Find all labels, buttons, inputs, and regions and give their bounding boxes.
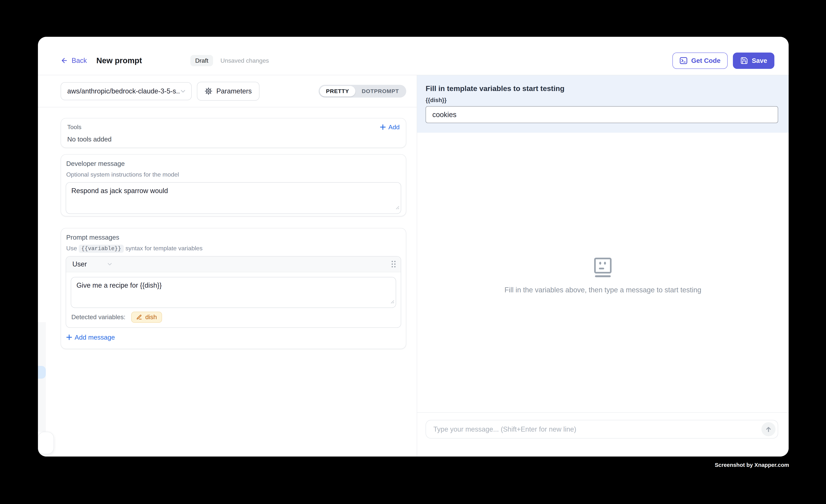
variable-chip-label: dish xyxy=(145,314,157,321)
back-label: Back xyxy=(72,57,87,65)
terminal-icon xyxy=(680,57,688,65)
composer-box xyxy=(426,420,778,438)
chevron-down-icon xyxy=(180,88,186,94)
top-bar: Back New prompt Draft Unsaved changes Ge… xyxy=(38,37,789,75)
test-panel: Fill in template variables to start test… xyxy=(417,75,788,456)
editor-scroll-area: Tools Add No tools added Devel xyxy=(38,107,417,456)
variable-syntax-code: {{variable}} xyxy=(79,245,124,253)
message-header: User xyxy=(66,256,401,272)
save-icon xyxy=(740,57,748,65)
watermark-text: Screenshot by Xnapper.com xyxy=(715,462,789,468)
developer-message-card: Developer message Optional system instru… xyxy=(61,154,406,216)
model-selector-value: aws/anthropic/bedrock-claude-3-5-s... xyxy=(67,87,180,95)
add-message-label: Add message xyxy=(75,334,115,341)
prompt-messages-card: Prompt messages Use {{variable}} syntax … xyxy=(61,228,406,349)
back-button[interactable]: Back xyxy=(61,57,87,65)
detected-variables-label: Detected variables: xyxy=(71,314,125,321)
empty-state: Fill in the variables above, then type a… xyxy=(417,257,788,294)
prompt-messages-subtitle: Use {{variable}} syntax for template var… xyxy=(66,245,401,252)
plus-icon xyxy=(380,124,386,130)
page-title: New prompt xyxy=(96,56,142,65)
unsaved-changes-label: Unsaved changes xyxy=(220,57,269,64)
template-variables-panel: Fill in template variables to start test… xyxy=(417,75,788,133)
developer-message-subtitle: Optional system instructions for the mod… xyxy=(66,171,401,178)
save-button[interactable]: Save xyxy=(733,53,774,69)
variable-value-input[interactable] xyxy=(426,106,778,123)
prompt-messages-title: Prompt messages xyxy=(66,234,401,241)
composer xyxy=(417,412,788,456)
role-selector[interactable]: User xyxy=(72,260,87,268)
tools-empty-text: No tools added xyxy=(67,135,400,143)
tab-pretty[interactable]: PRETTY xyxy=(320,86,355,97)
message-body: Give me a recipe for {{dish}} Detected v… xyxy=(66,272,401,328)
format-toggle: PRETTY DOTPROMPT xyxy=(318,85,406,98)
get-code-label: Get Code xyxy=(691,57,720,64)
background-corner-card xyxy=(38,432,54,454)
tab-dotprompt[interactable]: DOTPROMPT xyxy=(355,86,405,97)
drag-handle[interactable] xyxy=(392,261,396,267)
prompt-editor-panel: aws/anthropic/bedrock-claude-3-5-s... xyxy=(38,75,417,456)
send-button[interactable] xyxy=(761,422,776,436)
plus-icon xyxy=(66,334,72,340)
parameters-label: Parameters xyxy=(216,87,252,95)
add-message-button[interactable]: Add message xyxy=(66,334,115,341)
background-sidebar-selected-item xyxy=(38,366,46,378)
empty-state-text: Fill in the variables above, then type a… xyxy=(505,286,701,294)
pencil-icon xyxy=(136,314,142,320)
chat-message-input[interactable] xyxy=(432,425,761,434)
variable-chip-dish[interactable]: dish xyxy=(131,312,162,323)
arrow-up-icon xyxy=(765,426,772,433)
model-selector[interactable]: aws/anthropic/bedrock-claude-3-5-s... xyxy=(61,82,192,100)
chevron-down-icon[interactable] xyxy=(107,261,113,267)
developer-message-title: Developer message xyxy=(66,160,401,167)
variables-panel-title: Fill in template variables to start test… xyxy=(426,84,778,93)
subtitle-suffix: syntax for template variables xyxy=(125,245,202,252)
get-code-button[interactable]: Get Code xyxy=(672,53,728,69)
status-badge: Draft xyxy=(190,55,213,66)
add-tool-label: Add xyxy=(389,124,400,131)
message-textarea[interactable]: Give me a recipe for {{dish}} xyxy=(71,277,396,308)
screenshot-stage: Back New prompt Draft Unsaved changes Ge… xyxy=(0,0,826,504)
parameters-button[interactable]: Parameters xyxy=(197,82,259,101)
variable-name-label: {{dish}} xyxy=(426,97,778,104)
app-window: Back New prompt Draft Unsaved changes Ge… xyxy=(38,37,789,456)
robot-face-icon xyxy=(593,257,613,278)
add-tool-button[interactable]: Add xyxy=(380,124,400,131)
subtitle-prefix: Use xyxy=(66,245,77,252)
main-content: aws/anthropic/bedrock-claude-3-5-s... xyxy=(38,75,789,456)
developer-message-textarea[interactable]: Respond as jack sparrow would xyxy=(66,182,401,214)
save-label: Save xyxy=(752,57,767,64)
detected-variables-row: Detected variables: dish xyxy=(71,312,396,323)
gear-icon xyxy=(205,87,212,95)
tools-title: Tools xyxy=(67,124,81,131)
tools-card: Tools Add No tools added xyxy=(61,118,406,148)
arrow-left-icon xyxy=(61,57,68,64)
message-block: User Give me a recipe for {{dish}} xyxy=(66,256,401,328)
model-toolbar: aws/anthropic/bedrock-claude-3-5-s... xyxy=(38,75,417,107)
